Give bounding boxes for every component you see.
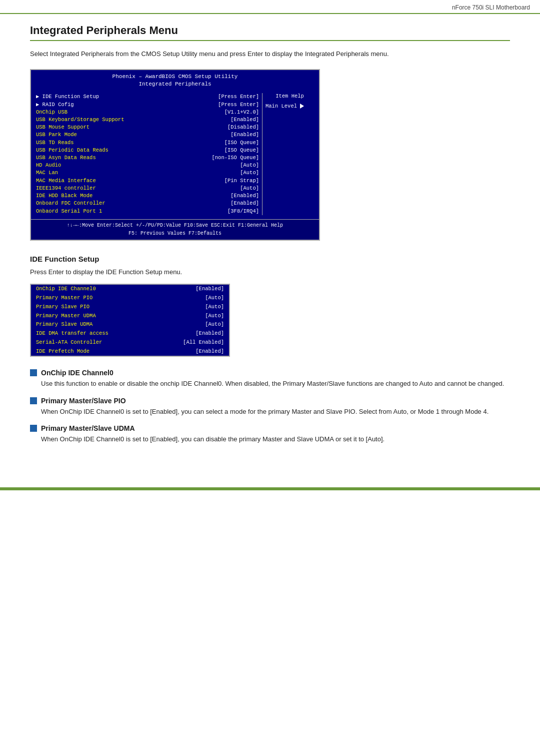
bios-item-name: USB Mouse Support — [36, 124, 90, 131]
ide-item-name: Primary Master PIO — [36, 294, 92, 302]
bios-item-value: [V1.1+V2.0] — [224, 109, 259, 116]
ide-section-desc: Press Enter to display the IDE Function … — [30, 267, 510, 277]
bios-row: Onboard FDC Controller[Enabled] — [36, 200, 259, 207]
bios-title: Phoenix – AwardBIOS CMOS Setup Utility I… — [31, 70, 319, 90]
bios-item-value: [Press Enter] — [218, 93, 259, 101]
bios-item-name: Onbaord Serial Port 1 — [36, 208, 102, 215]
bios-screenshot: Phoenix – AwardBIOS CMOS Setup Utility I… — [30, 69, 320, 241]
bios-item-name: IEEE1394 controller — [36, 185, 96, 192]
subsection-primary-udma: Primary Master/Slave UDMAWhen OnChip IDE… — [30, 424, 510, 444]
bios-item-name: Onboard FDC Controller — [36, 200, 106, 207]
ide-box-row: Primary Slave PIO[Auto] — [31, 303, 229, 312]
ide-box-row: Primary Slave UDMA[Auto] — [31, 320, 229, 329]
bios-item-name: OnChip USB — [36, 109, 68, 116]
bios-item-value: [Pin Strap] — [224, 177, 259, 185]
bios-item-name: HD Audio — [36, 162, 61, 169]
bios-row: USB Park Mode[Enabled] — [36, 131, 259, 139]
bios-row: OnChip USB[V1.1+V2.0] — [36, 109, 259, 116]
ide-item-name: Primary Slave PIO — [36, 303, 90, 311]
ide-item-value: [Auto] — [205, 294, 224, 302]
ide-item-name: Primary Slave UDMA — [36, 321, 92, 329]
bios-row: USB TD Reads[ISO Queue] — [36, 139, 259, 147]
bios-row: MAC Lan[Auto] — [36, 169, 259, 177]
ide-item-value: [Enabled] — [196, 330, 224, 338]
bios-row: IDE HDD Black Mode[Enabled] — [36, 192, 259, 200]
bios-item-name: USB Periodic Data Reads — [36, 147, 108, 154]
ide-item-value: [All Enabled] — [183, 339, 224, 347]
bios-row: ▶ IDE Function Setup[Press Enter] — [36, 93, 259, 101]
bios-item-name: ▶ IDE Function Setup — [36, 93, 99, 101]
bios-menu-right: Item Help Main Level — [262, 93, 317, 215]
checkbox-icon — [30, 397, 37, 404]
page-title: Integrated Peripherals Menu — [30, 24, 510, 41]
bios-item-name: USB Park Mode — [36, 131, 77, 139]
bios-item-value: [3F8/IRQ4] — [228, 208, 259, 215]
ide-box: OnChip IDE Channel0[Enabled]Primary Mast… — [30, 284, 230, 357]
ide-box-row: IDE Prefetch Mode[Enabled] — [31, 347, 229, 356]
bios-item-value: [ISO Queue] — [224, 147, 259, 154]
ide-box-row: Primary Master PIO[Auto] — [31, 294, 229, 303]
bios-row: ▶ RAID Cofig[Press Enter] — [36, 101, 259, 109]
bios-item-name: USB TD Reads — [36, 139, 74, 147]
ide-item-name: OnChip IDE Channel0 — [36, 285, 96, 293]
subsection-text: When OnChip IDE Channel0 is set to [Enab… — [41, 407, 510, 417]
bios-row: USB Periodic Data Reads[ISO Queue] — [36, 147, 259, 154]
subsection-title: Primary Master/Slave UDMA — [41, 424, 135, 432]
bios-item-name: USB Keyboard/Storage Support — [36, 116, 124, 124]
bios-item-value: [Enabled] — [230, 200, 259, 207]
bios-row: USB Asyn Data Reads[non-ISO Queue] — [36, 154, 259, 162]
bios-item-name: ▶ RAID Cofig — [36, 101, 74, 109]
main-level-arrow — [300, 104, 304, 109]
product-name: nForce 750i SLI Motherboard — [452, 4, 530, 11]
bios-row: MAC Media Interface[Pin Strap] — [36, 177, 259, 185]
checkbox-icon — [30, 369, 37, 376]
subsection-text: Use this function to enable or disable t… — [41, 379, 510, 389]
bios-item-value: [Auto] — [240, 169, 259, 177]
ide-box-row: OnChip IDE Channel0[Enabled] — [31, 285, 229, 294]
ide-item-value: [Auto] — [205, 321, 224, 329]
bios-item-name: IDE HDD Black Mode — [36, 192, 92, 200]
ide-item-value: [Enabled] — [196, 348, 224, 356]
bios-menu-left: ▶ IDE Function Setup[Press Enter]▶ RAID … — [33, 93, 262, 215]
bios-row: USB Mouse Support[Disabled] — [36, 124, 259, 131]
subsection-primary-pio: Primary Master/Slave PIOWhen OnChip IDE … — [30, 397, 510, 417]
bios-item-value: [Auto] — [240, 162, 259, 169]
bios-item-value: [Auto] — [240, 185, 259, 192]
bios-row: Onbaord Serial Port 1[3F8/IRQ4] — [36, 208, 259, 215]
ide-item-name: IDE Prefetch Mode — [36, 348, 90, 356]
subsection-title: Primary Master/Slave PIO — [41, 397, 126, 405]
bios-row: USB Keyboard/Storage Support[Enabled] — [36, 116, 259, 124]
bios-item-value: [ISO Queue] — [224, 139, 259, 147]
ide-box-row: IDE DMA transfer access[Enabled] — [31, 329, 229, 338]
subsection-header: Primary Master/Slave UDMA — [30, 424, 510, 432]
ide-box-row: Serial-ATA Controller[All Enabled] — [31, 338, 229, 347]
subsection-text: When OnChip IDE Channel0 is set to [Enab… — [41, 434, 510, 444]
bios-item-value: [non-ISO Queue] — [212, 154, 259, 162]
subsection-header: Primary Master/Slave PIO — [30, 397, 510, 405]
ide-section-title: IDE Function Setup — [30, 255, 510, 263]
ide-item-value: [Auto] — [205, 312, 224, 320]
bios-item-value: [Enabled] — [230, 192, 259, 200]
ide-item-value: [Auto] — [205, 303, 224, 311]
bios-item-value: [Enabled] — [230, 131, 259, 139]
bios-item-name: USB Asyn Data Reads — [36, 154, 96, 162]
ide-item-name: Serial-ATA Controller — [36, 339, 102, 347]
bios-item-value: [Disabled] — [228, 124, 259, 131]
top-bar: nForce 750i SLI Motherboard — [0, 0, 540, 14]
intro-text: Select Integrated Peripherals from the C… — [30, 49, 510, 59]
ide-box-row: Primary Master UDMA[Auto] — [31, 312, 229, 321]
checkbox-icon — [30, 425, 37, 432]
bios-row: HD Audio[Auto] — [36, 162, 259, 169]
ide-item-value: [Enabled] — [196, 285, 224, 293]
bios-row: IEEE1394 controller[Auto] — [36, 185, 259, 192]
bios-item-name: MAC Lan — [36, 169, 58, 177]
ide-item-name: IDE DMA transfer access — [36, 330, 108, 338]
bios-bottom-bar: ↑↓→←:Move Enter:Select +/-/PU/PD:Value F… — [31, 219, 319, 240]
subsection-onchip-ide: OnChip IDE Channel0Use this function to … — [30, 369, 510, 389]
bios-item-value: [Enabled] — [230, 116, 259, 124]
bios-item-name: MAC Media Interface — [36, 177, 96, 185]
bios-item-value: [Press Enter] — [218, 101, 259, 109]
subsections-container: OnChip IDE Channel0Use this function to … — [30, 369, 510, 444]
bottom-bar — [0, 487, 540, 490]
ide-item-name: Primary Master UDMA — [36, 312, 96, 320]
